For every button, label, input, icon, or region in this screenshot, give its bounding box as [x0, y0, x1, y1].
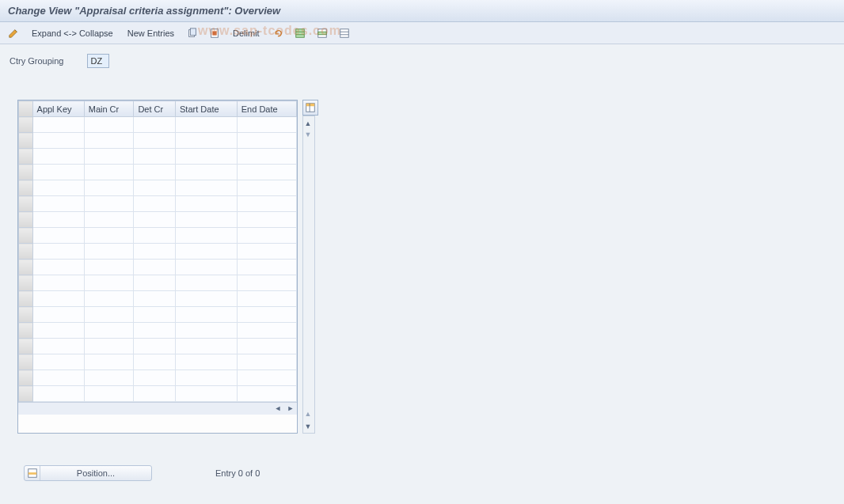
cell[interactable]: [32, 165, 84, 180]
cell[interactable]: [237, 212, 296, 228]
cell[interactable]: [84, 244, 134, 260]
select-block-icon[interactable]: [315, 26, 329, 40]
copy-icon[interactable]: [185, 26, 200, 40]
row-selector[interactable]: [19, 244, 33, 260]
table-row[interactable]: [19, 323, 297, 339]
expand-collapse-button[interactable]: Expand <-> Collapse: [29, 27, 116, 40]
cell[interactable]: [237, 133, 296, 149]
cell[interactable]: [32, 354, 84, 370]
cell[interactable]: [134, 260, 176, 275]
row-selector[interactable]: [19, 323, 33, 339]
cell[interactable]: [84, 260, 134, 275]
cell[interactable]: [237, 180, 296, 196]
cell[interactable]: [134, 180, 176, 196]
cell[interactable]: [84, 307, 134, 323]
cell[interactable]: [32, 291, 84, 307]
cell[interactable]: [237, 370, 296, 386]
cell[interactable]: [134, 291, 176, 307]
row-selector[interactable]: [19, 386, 33, 402]
cell[interactable]: [32, 307, 84, 323]
cell[interactable]: [84, 196, 134, 212]
cell[interactable]: [237, 196, 296, 212]
table-row[interactable]: [19, 354, 297, 370]
cell[interactable]: [237, 275, 296, 291]
cell[interactable]: [134, 212, 176, 228]
cell[interactable]: [84, 354, 134, 370]
cell[interactable]: [134, 275, 176, 291]
column-header[interactable]: Main Cr: [84, 101, 134, 117]
cell[interactable]: [32, 244, 84, 260]
cell[interactable]: [176, 354, 238, 370]
cell[interactable]: [32, 386, 84, 402]
cell[interactable]: [32, 117, 84, 133]
table-row[interactable]: [19, 117, 297, 133]
table-row[interactable]: [19, 133, 297, 149]
table-row[interactable]: [19, 180, 297, 196]
cell[interactable]: [32, 323, 84, 339]
cell[interactable]: [237, 165, 296, 180]
cell[interactable]: [32, 260, 84, 275]
row-selector[interactable]: [19, 260, 33, 275]
cell[interactable]: [134, 323, 176, 339]
cell[interactable]: [237, 228, 296, 244]
position-button[interactable]: Position...: [24, 465, 152, 481]
cell[interactable]: [176, 323, 238, 339]
cell[interactable]: [134, 339, 176, 354]
cell[interactable]: [84, 339, 134, 354]
cell[interactable]: [134, 165, 176, 180]
cell[interactable]: [176, 244, 238, 260]
table-row[interactable]: [19, 370, 297, 386]
cell[interactable]: [176, 339, 238, 354]
cell[interactable]: [134, 196, 176, 212]
horizontal-scroll[interactable]: ◄ ►: [18, 402, 297, 415]
row-selector[interactable]: [19, 339, 33, 354]
cell[interactable]: [32, 370, 84, 386]
cell[interactable]: [84, 291, 134, 307]
cell[interactable]: [84, 117, 134, 133]
row-selector[interactable]: [19, 117, 33, 133]
row-selector[interactable]: [19, 307, 33, 323]
cell[interactable]: [32, 275, 84, 291]
cell[interactable]: [237, 244, 296, 260]
table-row[interactable]: [19, 386, 297, 402]
cell[interactable]: [32, 149, 84, 165]
cell[interactable]: [176, 370, 238, 386]
column-header[interactable]: Det Cr: [134, 101, 176, 117]
table-row[interactable]: [19, 244, 297, 260]
cell[interactable]: [134, 354, 176, 370]
table-settings-icon[interactable]: [302, 100, 318, 116]
row-selector[interactable]: [19, 228, 33, 244]
cell[interactable]: [176, 212, 238, 228]
cell[interactable]: [176, 228, 238, 244]
cell[interactable]: [237, 354, 296, 370]
row-selector[interactable]: [19, 354, 33, 370]
cell[interactable]: [84, 323, 134, 339]
cell[interactable]: [176, 165, 238, 180]
cell[interactable]: [237, 323, 296, 339]
cell[interactable]: [32, 180, 84, 196]
scroll-up-alt-icon[interactable]: ▲: [303, 410, 313, 419]
row-selector-header[interactable]: [19, 101, 33, 117]
cell[interactable]: [134, 228, 176, 244]
scroll-up-icon[interactable]: ▲: [303, 119, 313, 129]
cell[interactable]: [237, 291, 296, 307]
cell[interactable]: [237, 339, 296, 354]
delete-icon[interactable]: [207, 26, 222, 40]
toggle-change-display-icon[interactable]: [6, 26, 21, 40]
cell[interactable]: [134, 149, 176, 165]
table-row[interactable]: [19, 149, 297, 165]
cell[interactable]: [84, 180, 134, 196]
table-row[interactable]: [19, 291, 297, 307]
row-selector[interactable]: [19, 291, 33, 307]
row-selector[interactable]: [19, 133, 33, 149]
cell[interactable]: [32, 196, 84, 212]
cell[interactable]: [237, 149, 296, 165]
cell[interactable]: [32, 212, 84, 228]
scroll-left-icon[interactable]: ◄: [273, 404, 283, 414]
table-row[interactable]: [19, 212, 297, 228]
row-selector[interactable]: [19, 275, 33, 291]
table-row[interactable]: [19, 260, 297, 275]
cell[interactable]: [84, 149, 134, 165]
cell[interactable]: [134, 133, 176, 149]
cell[interactable]: [176, 117, 238, 133]
